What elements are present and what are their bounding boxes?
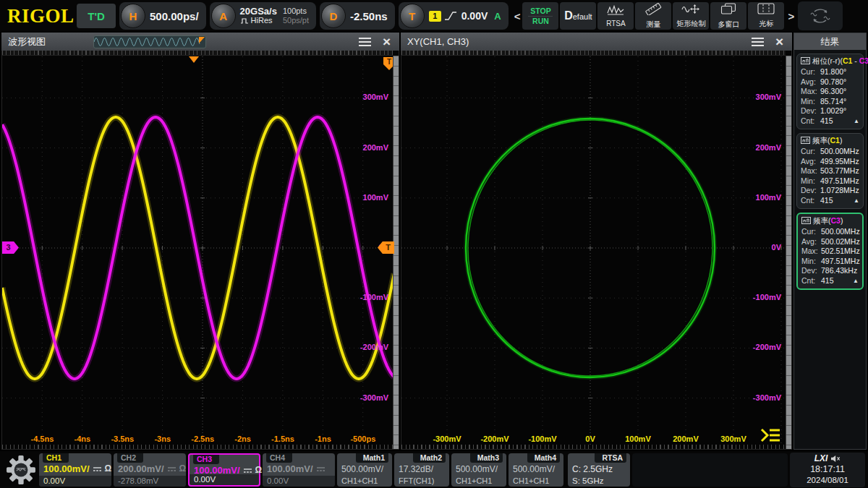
channel-block-ch4[interactable]: CH4100.00mV/0.00V: [263, 453, 335, 487]
toolbar-button-multi-window[interactable]: 多窗口: [710, 2, 746, 30]
math-tab: Math4: [527, 453, 560, 463]
horizontal-knob[interactable]: H: [121, 4, 145, 28]
stat-value: 500.02MHz: [821, 237, 860, 247]
stat-key: Min:: [801, 176, 820, 187]
trigger-status-button[interactable]: T'D: [77, 4, 116, 28]
button-label: 测量: [646, 20, 660, 30]
math-operation: CH1+CH1: [509, 476, 563, 487]
stat-key: Max:: [801, 247, 821, 257]
stat-value: 85.714°: [820, 97, 846, 107]
horizontal-ruler[interactable]: [2, 51, 393, 56]
stat-key: Cnt:: [801, 196, 820, 206]
horizontal-scale-control[interactable]: H 500.00ps/: [119, 2, 206, 30]
collapse-icon[interactable]: ▲: [854, 196, 859, 206]
waveform-preview-scrollbar[interactable]: [93, 35, 206, 48]
rectdraw-icon: [681, 4, 700, 17]
stat-value: 497.51MHz: [820, 176, 859, 187]
stat-key: Min:: [801, 257, 821, 267]
y-axis-label: 300mV: [351, 93, 388, 101]
toolbar-button-cursor[interactable]: 光标: [748, 2, 784, 30]
preview-waveform-icon: [94, 36, 205, 48]
math-block-math1[interactable]: Math1500.00mV/CH1+CH1: [337, 453, 392, 487]
measurement-row: Dev:786.43kHz: [801, 266, 859, 276]
measurement-row: Avg:500.02MHz: [801, 237, 859, 247]
bottom-ruler: [2, 445, 393, 449]
horizontal-position-marker[interactable]: [189, 56, 199, 63]
x-axis-label: -2ns: [221, 435, 265, 443]
math-tab: Math1: [356, 453, 388, 463]
math-scale: 500.00mV/: [456, 463, 503, 476]
stat-key: Max:: [801, 166, 820, 176]
math-scale: 500.00mV/: [513, 463, 561, 476]
close-icon[interactable]: ×: [775, 35, 783, 48]
button-label: RTSA: [606, 20, 626, 27]
measurement-row: Cnt:415▲: [801, 276, 859, 286]
channel-scale: 100.00mV/: [267, 463, 332, 475]
vertical-scrollbar[interactable]: [786, 56, 791, 449]
menu-scroll-right-icon[interactable]: >: [786, 10, 796, 22]
rtsa-span: S: 5GHz: [568, 476, 630, 487]
trigger-level-value: 0.00V: [461, 10, 488, 22]
measurement-row: Max:96.300°: [801, 87, 859, 97]
run-stop-labels: STOPRUN: [522, 7, 558, 26]
xy-plot-area: 300mV200mV100mV0V-100mV-200mV-300mV-300m…: [401, 51, 792, 450]
math-block-math4[interactable]: Math4500.00mV/CH1+CH1: [509, 453, 563, 487]
toolbar-button-measure[interactable]: 测量: [635, 2, 671, 30]
clock-block[interactable]: LXI 18:17:11 2024/08/01: [790, 453, 865, 487]
measurement-card-freq-c3[interactable]: 频率(C3)Cur:500.00MHzAvg:500.02MHzMax:502.…: [796, 213, 864, 290]
memory-info: 100pts 50ps/pt: [283, 7, 309, 25]
stat-key: Avg:: [801, 77, 820, 87]
y-axis-label: 300mV: [744, 93, 781, 101]
waveform-view-header: 波形视图 ×: [1, 33, 399, 51]
measurement-cards: 相位(r-r)(C1 - C3)Cur:91.800°Avg:90.780°Ma…: [794, 50, 866, 297]
dc-coupling-icon: [93, 463, 102, 475]
y-axis-label: 100mV: [351, 193, 388, 202]
close-icon[interactable]: ×: [383, 35, 391, 48]
toolbar-button-run-stop[interactable]: STOPRUN: [522, 2, 558, 30]
menu-scroll-left-icon[interactable]: <: [512, 10, 523, 22]
channel-tab: CH2: [117, 453, 143, 463]
stop-label: STOP: [530, 7, 550, 16]
xy-view: XY(CH1, CH3) × 300mV200mV100mV0V-100mV-2…: [401, 33, 792, 450]
dc-coupling-icon: [167, 463, 176, 475]
stat-key: Dev:: [801, 266, 821, 276]
acquire-knob[interactable]: A: [211, 4, 236, 28]
x-axis-label: -100mV: [521, 435, 564, 443]
channel-block-ch2[interactable]: CH2200.00mV/Ω-278.08mV: [114, 453, 186, 487]
delay-control[interactable]: D -2.50ns: [320, 2, 395, 30]
trigger-control[interactable]: T 1 0.00V A: [399, 2, 509, 30]
math-block-math2[interactable]: Math217.32dB/FFT(CH1): [394, 453, 449, 487]
run-label: RUN: [532, 17, 549, 26]
menu-icon[interactable]: [752, 38, 764, 46]
collapse-icon[interactable]: ▲: [854, 116, 859, 127]
trigger-knob[interactable]: T: [400, 4, 425, 28]
measurement-type-icon: [801, 137, 810, 145]
channel-scale: 100.00mV/Ω: [43, 463, 109, 475]
rtsa-status-block[interactable]: RTSA C: 2.5GHz S: 5GHz: [568, 453, 630, 487]
toolbar-button-rtsa[interactable]: RTSA: [597, 2, 634, 30]
settings-gear-button[interactable]: [3, 453, 39, 487]
oscilloscope-screen: RIGOL T'D H 500.00ps/ A 20GSa/s HiRes 10…: [0, 0, 868, 488]
toolbar-button-default[interactable]: Default: [560, 2, 596, 30]
math-block-math3[interactable]: Math3500.00mV/CH1+CH1: [451, 453, 506, 487]
stat-value: 415: [820, 196, 833, 206]
stat-value: 90.780°: [820, 77, 846, 87]
measurement-card-freq-c1[interactable]: 频率(C1)Cur:500.00MHzAvg:499.95MHzMax:503.…: [796, 133, 864, 209]
expand-menu-icon[interactable]: [760, 427, 781, 443]
window-swap-button[interactable]: [798, 1, 843, 30]
collapse-icon[interactable]: ▲: [853, 276, 859, 286]
measurement-card-phase-c1-c3[interactable]: 相位(r-r)(C1 - C3)Cur:91.800°Avg:90.780°Ma…: [796, 53, 864, 129]
channel-block-ch1[interactable]: CH1100.00mV/Ω0.00V: [39, 453, 111, 487]
xy-view-title: XY(CH1, CH3): [401, 36, 469, 47]
x-axis-label: 0V: [569, 435, 612, 443]
math-scale: 17.32dB/: [399, 463, 446, 476]
menu-icon[interactable]: [359, 38, 371, 46]
delay-knob[interactable]: D: [321, 4, 346, 28]
math-operation: CH1+CH1: [337, 476, 392, 487]
toolbar-button-rect-draw[interactable]: 矩形绘制: [673, 2, 709, 30]
acquire-control[interactable]: A 20GSa/s HiRes 100pts 50ps/pt: [210, 2, 316, 30]
scale-value: 100.00mV/: [267, 463, 313, 475]
trigger-source-badge[interactable]: 1: [429, 11, 441, 22]
channel-block-ch3[interactable]: CH3100.00mV/Ω0.00V: [188, 453, 260, 487]
measurement-row: Cnt:415▲: [801, 116, 859, 127]
